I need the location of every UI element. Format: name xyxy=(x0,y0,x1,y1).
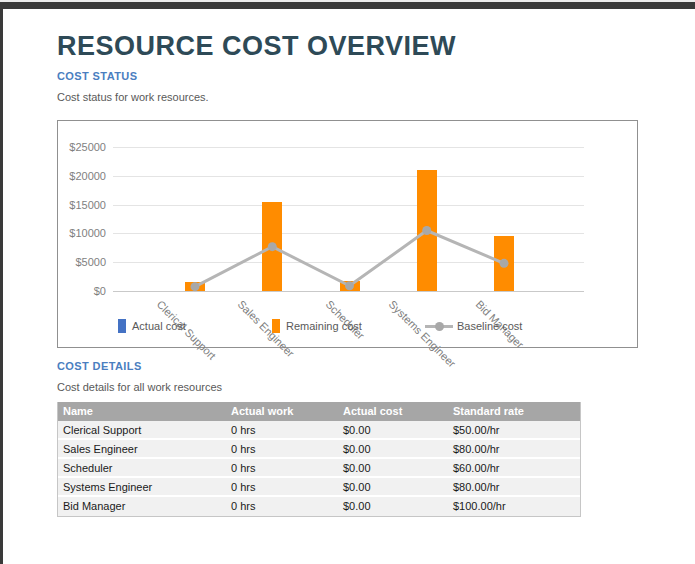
window-left-border xyxy=(0,2,3,564)
table-cell: $80.00/hr xyxy=(448,440,580,457)
line-marker xyxy=(422,226,431,235)
cost-details-table[interactable]: NameActual workActual costStandard rateC… xyxy=(57,402,581,517)
cost-status-description: Cost status for work resources. xyxy=(57,91,209,103)
page-title: RESOURCE COST OVERVIEW xyxy=(57,31,456,62)
line-marker xyxy=(500,259,509,268)
chart-plot-area: $0$5000$10000$15000$20000$25000Clerical … xyxy=(58,121,637,347)
table-cell: $0.00 xyxy=(338,421,448,438)
column-header: Standard rate xyxy=(448,402,580,421)
column-header: Name xyxy=(58,402,226,421)
table-cell: 0 hrs xyxy=(226,421,338,438)
table-row: Systems Engineer0 hrs$0.00$80.00/hr xyxy=(58,478,580,497)
actual-cost-swatch-icon xyxy=(118,319,126,333)
legend-label: Actual cost xyxy=(132,320,186,332)
table-cell: Sales Engineer xyxy=(58,440,226,457)
table-cell: 0 hrs xyxy=(226,497,338,516)
baseline-cost-line-swatch-icon xyxy=(425,319,453,333)
legend-label: Baseline cost xyxy=(457,320,522,332)
table-cell: Systems Engineer xyxy=(58,478,226,495)
cost-details-heading: COST DETAILS xyxy=(57,360,142,372)
table-row: Scheduler0 hrs$0.00$60.00/hr xyxy=(58,459,580,478)
table-cell: $60.00/hr xyxy=(448,459,580,476)
table-cell: $50.00/hr xyxy=(448,421,580,438)
table-cell: $0.00 xyxy=(338,478,448,495)
remaining-cost-swatch-icon xyxy=(272,319,280,333)
line-marker xyxy=(268,242,277,251)
table-cell: $0.00 xyxy=(338,459,448,476)
table-cell: 0 hrs xyxy=(226,478,338,495)
legend-label: Remaining cost xyxy=(286,320,362,332)
legend-item-baseline-cost: Baseline cost xyxy=(425,319,522,333)
table-cell: Scheduler xyxy=(58,459,226,476)
line-marker xyxy=(345,281,354,290)
table-cell: $0.00 xyxy=(338,440,448,457)
column-header: Actual work xyxy=(226,402,338,421)
table-cell: Bid Manager xyxy=(58,497,226,516)
table-row: Bid Manager0 hrs$0.00$100.00/hr xyxy=(58,497,580,516)
table-cell: 0 hrs xyxy=(226,459,338,476)
table-cell: Clerical Support xyxy=(58,421,226,438)
table-cell: $100.00/hr xyxy=(448,497,580,516)
column-header: Actual cost xyxy=(338,402,448,421)
table-cell: 0 hrs xyxy=(226,440,338,457)
cost-details-description: Cost details for all work resources xyxy=(57,381,222,393)
cost-status-chart[interactable]: $0$5000$10000$15000$20000$25000Clerical … xyxy=(57,120,638,348)
cost-status-heading: COST STATUS xyxy=(57,70,137,82)
line-marker xyxy=(191,282,200,291)
table-header-row: NameActual workActual costStandard rate xyxy=(58,402,580,421)
window-top-border xyxy=(0,2,695,9)
table-cell: $80.00/hr xyxy=(448,478,580,495)
table-row: Sales Engineer0 hrs$0.00$80.00/hr xyxy=(58,440,580,459)
table-row: Clerical Support0 hrs$0.00$50.00/hr xyxy=(58,421,580,440)
table-cell: $0.00 xyxy=(338,497,448,516)
legend-item-remaining-cost: Remaining cost xyxy=(272,319,362,333)
legend-item-actual-cost: Actual cost xyxy=(118,319,186,333)
